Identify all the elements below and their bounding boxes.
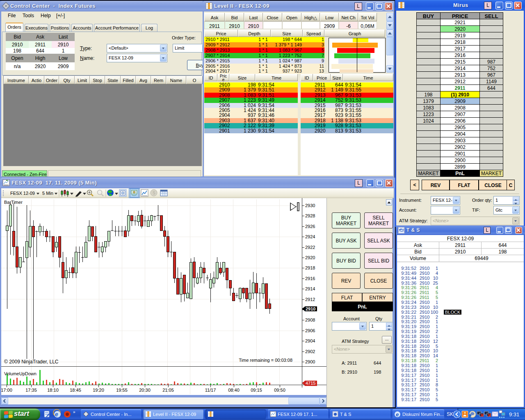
svg-text:FESX 12-09: FESX 12-09 — [10, 191, 35, 196]
svg-text:VolumeUpDown: VolumeUpDown — [4, 371, 37, 376]
svg-text:4715: 4715 — [306, 381, 315, 386]
svg-text:2904: 2904 — [305, 338, 315, 343]
svg-text:09:50: 09:50 — [274, 388, 285, 393]
svg-text:© 2009 NinjaTrader, LLC: © 2009 NinjaTrader, LLC — [4, 359, 59, 365]
svg-text:19:55: 19:55 — [116, 388, 128, 393]
svg-text:19:20: 19:20 — [93, 388, 104, 393]
svg-text:e: e — [55, 411, 58, 418]
svg-text:2902: 2902 — [305, 349, 315, 354]
svg-text:5 Min: 5 Min — [42, 191, 53, 196]
svg-text:2922: 2922 — [305, 245, 315, 250]
svg-text:2924: 2924 — [305, 234, 315, 239]
svg-text:2930: 2930 — [305, 203, 315, 208]
svg-text:2910: 2910 — [306, 306, 315, 311]
svg-text:2920: 2920 — [305, 255, 315, 260]
svg-text:11/17: 11/17 — [205, 388, 216, 393]
svg-text:2928: 2928 — [305, 213, 315, 218]
svg-text:2914: 2914 — [305, 286, 315, 291]
svg-text:e: e — [396, 411, 399, 418]
svg-text:S: S — [153, 191, 155, 195]
svg-text:17:35: 17:35 — [25, 388, 37, 393]
svg-text:2908: 2908 — [305, 317, 315, 322]
svg-text:»: » — [73, 410, 75, 414]
svg-text:09:15: 09:15 — [251, 388, 262, 393]
svg-text:2912: 2912 — [305, 297, 315, 302]
svg-text:2926: 2926 — [305, 224, 315, 229]
svg-text:21:05: 21:05 — [162, 388, 174, 393]
svg-text:08:40: 08:40 — [228, 388, 240, 393]
svg-text:18:45: 18:45 — [70, 388, 81, 393]
svg-text:2900: 2900 — [305, 359, 315, 364]
svg-text:2918: 2918 — [305, 265, 315, 270]
svg-text:2906: 2906 — [305, 328, 315, 333]
svg-text:18:10: 18:10 — [47, 388, 59, 393]
svg-text:Time remaining = 00:03:08: Time remaining = 00:03:08 — [239, 358, 292, 363]
svg-text:2916: 2916 — [305, 276, 315, 281]
svg-text:17:00: 17:00 — [1, 388, 12, 393]
svg-text:BarTimer: BarTimer — [4, 200, 23, 205]
svg-text:20:30: 20:30 — [139, 388, 151, 393]
